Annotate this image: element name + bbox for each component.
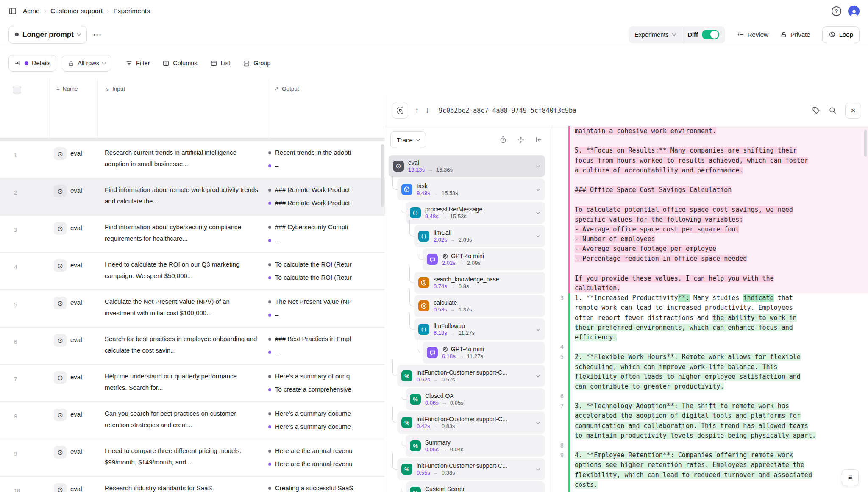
details-button[interactable]: Details [8,55,56,72]
diff-removed-line: a culture of accountability and performa… [551,166,868,175]
trace-span-row[interactable]: %initFunction-Customer support-C...0.55s… [397,458,545,480]
trace-span-row[interactable]: GPT-4o mini2.02s→2.09s [423,248,545,270]
trace-span-row[interactable]: ⊙eval13.13s→16.36s [389,155,545,177]
breadcrumb-project[interactable]: Customer support [50,7,103,15]
breadcrumb-org[interactable]: Acme [23,7,40,15]
trace-span-row[interactable]: ()llmCall2.02s→2.09s [414,225,545,247]
score-dot [268,375,271,378]
columns-button[interactable]: Columns [157,55,202,72]
trace-span-row[interactable]: %Custom Scorer0.06s→0.04s [406,481,545,492]
score-dot [268,202,271,205]
parens-icon: () [418,324,429,335]
lock-icon [780,31,787,38]
output-text: Recent trends in the adopti [275,148,351,157]
timing-icon[interactable] [499,136,507,144]
table-scrollbar[interactable] [381,144,384,207]
trace-span-row[interactable]: ()llmFollowup6.18s→11.27s [414,318,545,340]
score-dot [268,412,271,415]
column-header-output[interactable]: Output [282,86,299,92]
group-button[interactable]: Group [238,55,275,72]
next-row-icon[interactable]: ↓ [426,106,429,115]
span-info: llmCall2.02s→2.09s [434,229,472,243]
trace-span-row[interactable]: GPT-4o mini6.18s→11.27s [423,342,545,364]
chevron-down-icon [535,420,541,425]
trace-span-row[interactable]: task9.49s→15.53s [397,178,545,200]
row-output: Creating a successful SaaS [268,477,385,492]
table-row[interactable]: 9⊙evalI need to compare three different … [0,439,385,476]
diff-line-text: 3. **Technology Adoption**: The shift to… [568,401,868,411]
arrow-icon: → [450,330,456,336]
table-row[interactable]: 1⊙evalResearch current trends in artific… [0,141,385,178]
table-row[interactable]: 10⊙evalResearch industry standards for S… [0,477,385,492]
added-span: communication and collaboration. This tr… [575,422,808,430]
trace-span-row[interactable]: %Summary0.05s→0.04s [406,435,545,457]
trace-span-row[interactable]: %Closed QA0.06s→0.05s [406,388,545,410]
line-number [551,175,568,185]
score-dot [268,338,271,341]
rows-filter-button[interactable]: All rows [62,55,111,72]
search-icon[interactable] [829,106,837,114]
added-span: scheduling, which can improve work-life … [575,363,778,371]
collapse-left-icon[interactable] [535,136,542,144]
experiment-selector[interactable]: Longer prompt [8,26,87,44]
table-row[interactable]: 6⊙evalSearch for best practices in emplo… [0,328,385,364]
list-button[interactable]: List [205,55,236,72]
eval-icon: ⊙ [54,222,67,235]
trace-span-row[interactable]: ()processUserMessage9.48s→15.53s [406,202,545,224]
trace-span-row[interactable]: %initFunction-Customer support-C...0.42s… [397,411,545,434]
table-row[interactable]: 2⊙evalFind information about remote work… [0,178,385,215]
added-span: flexibility often leads to higher employ… [575,373,801,381]
more-options-icon[interactable]: ⋯ [93,30,102,40]
trace-span-row[interactable]: calculate0.53s→1.37s [414,295,545,317]
table-row[interactable]: 4⊙evalI need to calculate the ROI on our… [0,253,385,289]
chevron-down-icon [535,187,541,192]
output-line: ### Remote Work Product [268,198,385,208]
trace-view-selector[interactable]: Trace [390,131,426,148]
table-row[interactable]: 7⊙evalHelp me understand our quarterly p… [0,365,385,401]
diff-removed-line [551,175,868,185]
diff-scrollbar[interactable] [864,130,867,157]
column-header-input[interactable]: Input [112,86,125,92]
diff-line-text: To calculate potential office space cost… [568,205,868,215]
column-header-name[interactable]: Name [63,86,78,92]
close-panel-button[interactable]: × [845,103,861,119]
avatar[interactable] [848,6,860,17]
filter-button[interactable]: Filter [120,55,155,72]
outline-button[interactable]: ≡ [842,469,859,486]
row-name: eval [70,446,82,455]
private-button[interactable]: Private [780,31,810,38]
previous-row-icon[interactable]: ↑ [415,106,419,115]
diff-added-line: remote work can lead to increased produc… [551,303,868,313]
span-duration: 0.05s [425,446,439,453]
percent-icon: % [401,417,412,428]
span-name: processUserMessage [425,206,482,213]
view-selector[interactable]: Experiments [629,26,682,43]
table-row[interactable]: 5⊙evalCalculate the Net Present Value (N… [0,290,385,327]
breadcrumb-page[interactable]: Experiments [113,7,150,15]
diff-removed-line: specific values for the following variab… [551,215,868,225]
span-name: Custom Scorer [425,486,465,492]
percent-icon: % [410,440,421,451]
diff-removed-line [551,264,868,274]
help-icon[interactable]: ? [832,6,841,16]
row-name: eval [70,147,82,157]
score-dot [268,151,271,154]
select-all-checkbox[interactable] [13,86,21,94]
diff-removed-line: - Percentage reduction in office space n… [551,254,868,264]
sidebar-toggle-icon[interactable] [8,7,17,15]
table-row[interactable]: 8⊙evalCan you search for best practices … [0,402,385,439]
trace-span-row[interactable]: %initFunction-Customer support-C...0.52s… [397,365,545,387]
span-name: initFunction-Customer support-C... [417,416,507,423]
line-number: 9 [551,450,568,460]
tag-icon[interactable] [812,106,820,114]
table-row[interactable]: 3⊙evalFind information about cybersecuri… [0,216,385,252]
collapse-all-icon[interactable] [517,136,525,144]
loop-button[interactable]: Loop [822,26,860,43]
trace-span-row[interactable]: search_knowledge_base0.74s→0.8s [414,272,545,294]
review-button[interactable]: Review [737,31,768,38]
expand-trace-icon[interactable] [392,103,408,119]
diff-toggle[interactable] [702,30,719,39]
line-number [551,372,568,382]
diff-added-line: often report fewer distractions and the … [551,313,868,323]
line-number [551,156,568,166]
